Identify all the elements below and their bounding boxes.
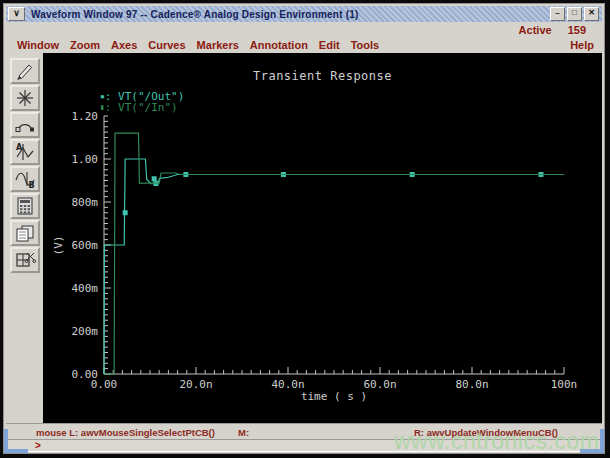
starburst-icon[interactable] xyxy=(10,85,40,111)
active-label: Active xyxy=(519,24,552,36)
menu-bar: Window Zoom Axes Curves Markers Annotati… xyxy=(6,37,602,53)
menu-tools[interactable]: Tools xyxy=(351,39,380,51)
menu-zoom[interactable]: Zoom xyxy=(70,39,100,51)
application-window: ∨ Waveform Window 97 -- Cadence® Analog … xyxy=(3,3,605,454)
active-count: 159 xyxy=(568,24,586,36)
svg-text:400m: 400m xyxy=(72,282,99,295)
close-icon[interactable]: ✕ xyxy=(584,7,599,21)
y-axis-label: (V) xyxy=(52,224,65,268)
window-title: Waveform Window 97 -- Cadence® Analog De… xyxy=(31,9,550,20)
maximize-icon[interactable]: □ xyxy=(567,7,582,21)
svg-text:1.00: 1.00 xyxy=(72,153,99,166)
minimize-icon[interactable]: – xyxy=(550,7,565,21)
calculator-icon[interactable] xyxy=(10,193,40,219)
status-mouse-middle: M: xyxy=(238,427,249,438)
svg-text:800m: 800m xyxy=(72,196,99,209)
menu-annotation[interactable]: Annotation xyxy=(250,39,308,51)
window-menu-icon[interactable]: ∨ xyxy=(8,7,25,21)
menu-window[interactable]: Window xyxy=(17,39,59,51)
svg-text:600m: 600m xyxy=(72,239,99,252)
waveform-marker-b-icon[interactable]: B xyxy=(10,166,40,192)
pen-icon[interactable] xyxy=(10,58,40,84)
waveform-canvas[interactable]: 0.0020.0n40.0n60.0n80.0n100n0.00200m400m… xyxy=(43,53,602,423)
active-status-row: Active 159 xyxy=(6,22,602,37)
x-axis-label: time ( s ) xyxy=(43,390,602,403)
copy-pages-icon[interactable] xyxy=(10,220,40,246)
window-controls: – □ ✕ xyxy=(550,7,599,21)
menu-markers[interactable]: Markers xyxy=(197,39,239,51)
resize-handle-bottom-left[interactable] xyxy=(4,429,28,453)
status-mouse-left: mouse L: awvMouseSingleSelectPtCB() xyxy=(36,427,215,438)
waveform-marker-a-icon[interactable]: A xyxy=(10,139,40,165)
menu-edit[interactable]: Edit xyxy=(319,39,340,51)
arc-probe-icon[interactable] xyxy=(10,112,40,138)
main-area: A B xyxy=(6,53,602,423)
svg-text:200m: 200m xyxy=(72,325,99,338)
menu-curves[interactable]: Curves xyxy=(148,39,185,51)
menu-axes[interactable]: Axes xyxy=(111,39,137,51)
svg-text:B: B xyxy=(28,181,34,189)
plot-area: Transient Response ▪: VT("/Out") ▮: VT("… xyxy=(43,53,602,423)
prompt-symbol: > xyxy=(35,440,41,451)
watermark: www.cntronics.com xyxy=(394,428,599,455)
svg-text:1.20: 1.20 xyxy=(72,110,99,123)
window-cut-icon[interactable] xyxy=(10,247,40,273)
left-toolbar: A B xyxy=(6,53,43,423)
svg-text:0.00: 0.00 xyxy=(72,368,99,381)
menu-help[interactable]: Help xyxy=(570,39,594,51)
title-bar[interactable]: ∨ Waveform Window 97 -- Cadence® Analog … xyxy=(6,6,602,22)
